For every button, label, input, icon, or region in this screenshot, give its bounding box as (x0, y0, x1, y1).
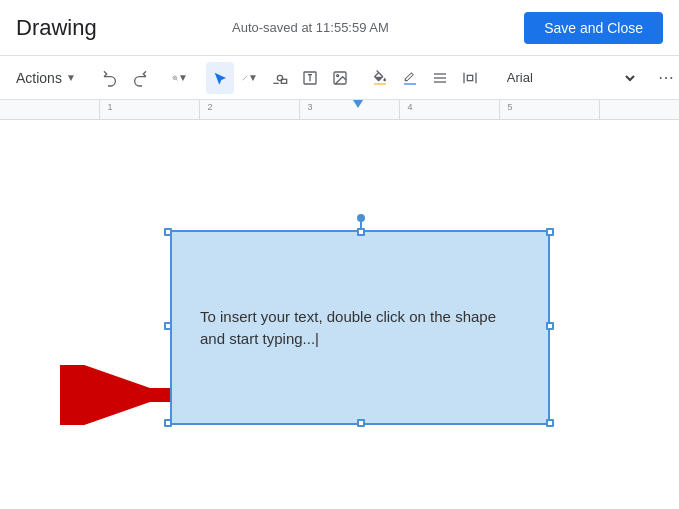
actions-menu-button[interactable]: Actions ▼ (8, 62, 84, 94)
header: Drawing Auto-saved at 11:55:59 AM Save a… (0, 0, 679, 56)
distribute-icon (462, 69, 478, 87)
zoom-dropdown-arrow: ▼ (178, 72, 188, 83)
ruler-num-1: 1 (60, 102, 160, 112)
ruler-numbers: 1 2 3 4 5 (0, 102, 679, 112)
shape-tool-icon (272, 69, 288, 87)
textbox-tool-button[interactable] (296, 62, 324, 94)
shape-tool-button[interactable] (266, 62, 294, 94)
svg-point-11 (336, 74, 338, 76)
handle-top-middle[interactable] (357, 228, 365, 236)
redo-icon (132, 69, 148, 87)
undo-icon (102, 69, 118, 87)
actions-label: Actions (16, 70, 62, 86)
shape-text: To insert your text, double click on the… (200, 305, 520, 350)
ruler-num-5: 5 (460, 102, 560, 112)
shape-container[interactable]: To insert your text, double click on the… (170, 210, 550, 425)
line-tool-button[interactable]: ▼ (236, 62, 264, 94)
image-tool-button[interactable] (326, 62, 354, 94)
font-selector-wrapper[interactable]: Arial Times New Roman Courier New (496, 63, 641, 93)
select-tool-button[interactable] (206, 62, 234, 94)
distribute-button[interactable] (456, 62, 484, 94)
app-title: Drawing (16, 15, 97, 41)
arrow-svg (60, 365, 190, 425)
actions-dropdown-arrow: ▼ (66, 72, 76, 83)
toolbar: Actions ▼ ▼ (0, 56, 679, 100)
svg-rect-19 (467, 75, 472, 80)
handle-top-right[interactable] (546, 228, 554, 236)
fill-color-icon (372, 69, 388, 87)
svg-rect-6 (281, 79, 286, 83)
more-icon: ⋯ (658, 68, 675, 87)
selected-shape[interactable]: To insert your text, double click on the… (170, 230, 550, 425)
svg-line-4 (243, 75, 248, 80)
fill-color-button[interactable] (366, 62, 394, 94)
ruler: 1 2 3 4 5 (0, 100, 679, 120)
ruler-num-2: 2 (160, 102, 260, 112)
autosave-status: Auto-saved at 11:55:59 AM (97, 20, 524, 35)
handle-top-left[interactable] (164, 228, 172, 236)
svg-rect-12 (374, 83, 386, 84)
font-selector[interactable]: Arial Times New Roman Courier New (499, 64, 638, 92)
ruler-marker (353, 100, 363, 120)
handle-middle-left[interactable] (164, 322, 172, 330)
align-button[interactable] (426, 62, 454, 94)
ruler-num-4: 4 (360, 102, 460, 112)
undo-button[interactable] (96, 62, 124, 94)
rotation-handle[interactable] (357, 214, 365, 222)
align-icon (432, 69, 448, 87)
more-options-button[interactable]: ⋯ (653, 62, 679, 94)
border-color-icon (402, 69, 418, 87)
select-arrow-icon (212, 69, 228, 87)
ruler-marker-triangle (353, 100, 363, 108)
border-color-button[interactable] (396, 62, 424, 94)
handle-middle-right[interactable] (546, 322, 554, 330)
svg-rect-13 (404, 83, 416, 84)
handle-bottom-middle[interactable] (357, 419, 365, 427)
ruler-num-3: 3 (260, 102, 360, 112)
redo-button[interactable] (126, 62, 154, 94)
image-icon (332, 69, 348, 87)
zoom-button[interactable]: ▼ (166, 62, 194, 94)
line-dropdown-arrow: ▼ (248, 72, 258, 83)
canvas-area[interactable]: To insert your text, double click on the… (0, 120, 679, 509)
handle-bottom-right[interactable] (546, 419, 554, 427)
save-and-close-button[interactable]: Save and Close (524, 12, 663, 44)
textbox-icon (302, 69, 318, 87)
red-arrow (60, 365, 180, 415)
